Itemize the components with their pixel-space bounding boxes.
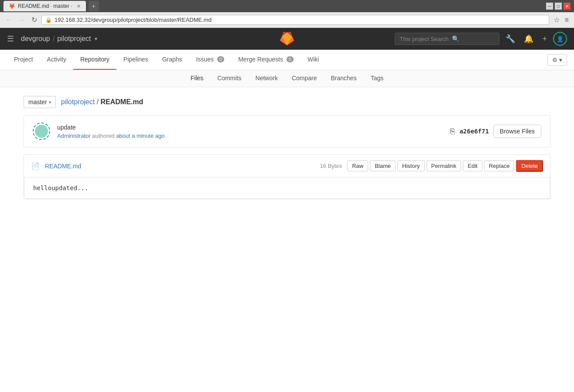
forward-button[interactable]: → [17,15,27,25]
tab-activity[interactable]: Activity [40,50,73,70]
breadcrumb-project-link[interactable]: pilotproject [57,35,91,43]
address-bar-row: ← → ↻ 🔒 192.168.32.32/devgroup/pilotproj… [0,12,574,28]
file-type-icon: 📄 [31,162,40,170]
settings-button[interactable]: ⚙ ▾ [547,54,567,66]
minimize-button[interactable]: ─ [546,3,553,10]
main-tab-navigation: Project Activity Repository Pipelines Gr… [0,50,574,70]
commit-hash: a26e6f71 [459,128,489,135]
browser-menu-button[interactable]: ≡ [563,15,571,25]
repo-tabs-list: Files Commits Network Compare Branches T… [184,70,390,87]
new-tab-icon: + [92,3,96,10]
tab-favicon: 🦊 [9,3,15,9]
top-navigation: ☰ devgroup / pilotproject ▾ This project… [0,28,574,50]
file-actions: Raw Blame History Permalink Edit Replace… [347,160,543,172]
avatar-inner [35,125,48,138]
tab-pipelines[interactable]: Pipelines [116,50,155,70]
settings-dropdown: ⚙ ▾ [547,50,567,70]
repo-tab-commits[interactable]: Commits [210,70,248,87]
file-breadcrumb-filename: README.md [101,98,144,106]
window-controls: ─ □ ✕ [546,3,571,10]
gitlab-app: ☰ devgroup / pilotproject ▾ This project… [0,28,574,333]
permalink-button[interactable]: Permalink [427,160,461,171]
file-container: 📄 README.md 16 Bytes Raw Blame History P… [24,154,550,199]
commit-authored-verb: authored [92,133,116,139]
repo-tab-network[interactable]: Network [249,70,285,87]
close-button[interactable]: ✕ [564,3,571,10]
user-avatar-button[interactable]: 👤 [553,32,567,46]
refresh-button[interactable]: ↻ [30,15,39,25]
title-bar-left: 🦊 README.md · master · ✕ + [3,1,99,11]
bookmark-icon[interactable]: ☆ [552,15,561,25]
delete-button[interactable]: Delete [516,160,543,172]
breadcrumb-chevron-icon[interactable]: ▾ [95,36,97,42]
search-placeholder-text: This project Search [400,36,448,42]
file-breadcrumb: pilotproject / README.md [61,98,144,106]
tab-title: README.md · master · [18,3,72,9]
bell-icon-button[interactable]: 🔔 [521,32,536,45]
main-tabs-list: Project Activity Repository Pipelines Gr… [7,50,326,70]
lock-icon: 🔒 [45,17,52,23]
tab-repository[interactable]: Repository [73,50,116,70]
url-text: 192.168.32.32/devgroup/pilotproject/blob… [55,17,545,23]
search-icon: 🔍 [452,35,459,42]
commit-time-link[interactable]: about a minute ago [116,133,164,139]
project-search-box[interactable]: This project Search 🔍 [395,33,499,45]
back-button[interactable]: ← [3,15,14,25]
file-breadcrumb-root-link[interactable]: pilotproject [61,98,95,106]
repo-tab-files[interactable]: Files [184,70,211,87]
history-button[interactable]: History [397,160,424,171]
file-name[interactable]: README.md [45,163,315,170]
commit-message: update [57,124,443,131]
branch-dropdown-icon: ▾ [49,100,51,105]
project-breadcrumb: devgroup / pilotproject ▾ [21,35,388,43]
commit-right-section: ⎘ a26e6f71 Browse Files [450,125,541,138]
edit-button[interactable]: Edit [463,160,482,171]
breadcrumb-separator: / [53,35,55,43]
branch-selector[interactable]: master ▾ [24,96,56,108]
repo-tab-compare[interactable]: Compare [285,70,324,87]
tab-project[interactable]: Project [7,50,40,70]
top-nav-right: This project Search 🔍 🔧 🔔 + 👤 [395,32,567,46]
file-content-text: helloupdated... [33,184,541,191]
tab-wiki[interactable]: Wiki [301,50,326,70]
commit-avatar [33,123,50,140]
tab-close-button[interactable]: ✕ [77,3,81,9]
file-row: 📄 README.md 16 Bytes Raw Blame History P… [24,155,550,177]
maximize-button[interactable]: □ [555,3,562,10]
wrench-icon-button[interactable]: 🔧 [503,32,518,45]
title-bar: 🦊 README.md · master · ✕ + ─ □ ✕ [0,0,574,12]
file-breadcrumb-sep: / [97,98,101,106]
tab-issues[interactable]: Issues 0 [189,50,232,70]
replace-button[interactable]: Replace [484,160,515,171]
merge-requests-badge: 0 [287,56,294,62]
branch-name: master [28,99,47,106]
browser-toolbar-right: ☆ ≡ [552,15,571,25]
commit-copy-icon: ⎘ [450,127,455,136]
commit-info: update Administrator authored about a mi… [57,124,443,139]
breadcrumb-group-link[interactable]: devgroup [21,35,50,43]
file-size: 16 Bytes [320,163,342,169]
tab-merge-requests[interactable]: Merge Requests 0 [231,50,301,70]
file-content-area: helloupdated... [24,177,550,199]
commit-info-box: update Administrator authored about a mi… [24,115,550,147]
new-tab-button[interactable]: + [89,1,99,11]
browser-chrome: 🦊 README.md · master · ✕ + ─ □ ✕ ← → ↻ 🔒… [0,0,574,28]
browse-files-button[interactable]: Browse Files [493,125,541,138]
blame-button[interactable]: Blame [370,160,396,171]
main-content: master ▾ pilotproject / README.md update… [17,87,557,208]
issues-badge: 0 [217,56,224,62]
repo-tab-branches[interactable]: Branches [324,70,364,87]
tab-graphs[interactable]: Graphs [155,50,189,70]
repo-tab-tags[interactable]: Tags [364,70,391,87]
commit-meta: Administrator authored about a minute ag… [57,133,443,139]
browser-tab[interactable]: 🦊 README.md · master · ✕ [3,1,86,11]
hamburger-menu[interactable]: ☰ [7,34,14,44]
commit-author-link[interactable]: Administrator [57,133,91,139]
file-navigation: master ▾ pilotproject / README.md [24,96,550,108]
repository-sub-navigation: Files Commits Network Compare Branches T… [0,70,574,87]
plus-icon-button[interactable]: + [540,33,550,45]
raw-button[interactable]: Raw [347,160,368,171]
gitlab-logo[interactable] [279,31,295,48]
address-bar[interactable]: 🔒 192.168.32.32/devgroup/pilotproject/bl… [41,15,549,25]
